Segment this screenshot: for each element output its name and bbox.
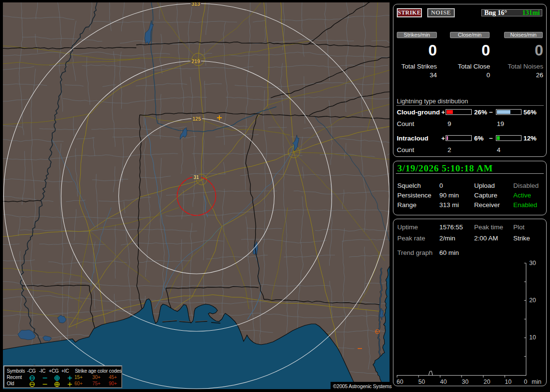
svg-text:50: 50 <box>419 378 425 385</box>
svg-text:40: 40 <box>440 378 447 385</box>
svg-text:0: 0 <box>524 378 527 385</box>
svg-text:10: 10 <box>529 334 536 341</box>
svg-text:20: 20 <box>529 297 536 304</box>
svg-text:min: min <box>532 378 541 385</box>
svg-text:125: 125 <box>192 116 201 122</box>
svg-text:30: 30 <box>462 378 469 385</box>
svg-text:60: 60 <box>397 378 404 385</box>
svg-text:31: 31 <box>193 175 199 180</box>
svg-text:20: 20 <box>484 378 491 385</box>
svg-text:30: 30 <box>529 260 536 266</box>
svg-text:219: 219 <box>191 58 200 64</box>
svg-text:313: 313 <box>191 2 200 7</box>
svg-text:10: 10 <box>505 378 512 385</box>
